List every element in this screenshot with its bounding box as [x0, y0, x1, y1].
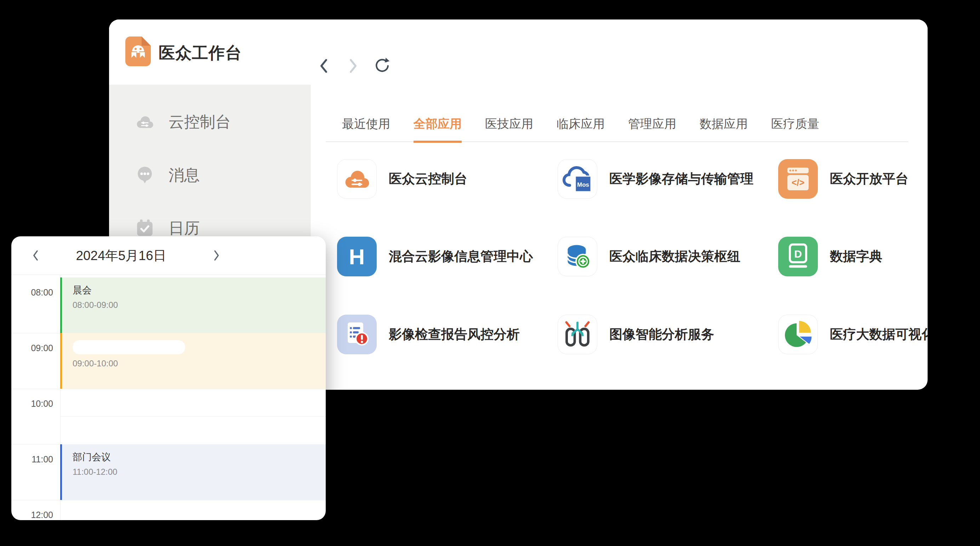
svg-text:Mos: Mos — [577, 181, 589, 188]
sidebar-item-cloud-console[interactable]: 云控制台 — [135, 110, 231, 133]
app-label: 医学影像存储与传输管理 — [609, 170, 753, 188]
app-data-dictionary[interactable]: D 数据字典 — [778, 237, 882, 276]
time-label: 09:00 — [11, 343, 53, 353]
app-clinical-data-hub[interactable]: 医众临床数据决策枢纽 — [558, 237, 740, 276]
message-icon — [135, 165, 155, 185]
lungs-icon — [558, 315, 597, 354]
time-label: 10:00 — [11, 399, 53, 409]
app-category-tabs: 最近使用 全部应用 医技应用 临床应用 管理应用 数据应用 医疗质量 — [326, 109, 908, 142]
app-label: 影像检查报告风控分析 — [389, 326, 520, 343]
redacted-event-title — [73, 340, 185, 354]
tab-recent[interactable]: 最近使用 — [342, 116, 390, 143]
pie-chart-icon — [778, 315, 818, 354]
dictionary-icon: D — [778, 237, 818, 276]
time-label: 08:00 — [11, 287, 53, 298]
database-plus-icon — [558, 237, 597, 276]
time-label: 12:00 — [11, 510, 53, 520]
app-open-platform[interactable]: </> 医众开放平台 — [778, 159, 908, 199]
event-redacted[interactable]: 09:00-10:00 — [60, 333, 326, 389]
app-hybrid-cloud-imaging-center[interactable]: H 混合云影像信息管理中心 — [337, 237, 533, 276]
orange-cloud-settings-icon — [337, 159, 377, 199]
back-button[interactable] — [316, 58, 332, 74]
app-cloud-console[interactable]: 医众云控制台 — [337, 159, 467, 199]
event-time: 08:00-09:00 — [73, 300, 326, 310]
app-logo-icon — [125, 37, 151, 66]
next-day-button[interactable] — [208, 247, 225, 264]
window-header: 医众工作台 — [109, 19, 928, 85]
cloud-mos-icon: Mos — [558, 159, 597, 199]
chevron-right-icon — [348, 59, 358, 73]
tab-clinical-apps[interactable]: 临床应用 — [557, 116, 605, 143]
time-label: 11:00 — [11, 454, 53, 465]
app-label: 医众云控制台 — [389, 170, 467, 188]
open-platform-code-icon: </> — [778, 159, 818, 199]
half-hour-gridline — [60, 416, 326, 417]
previous-day-button[interactable] — [27, 247, 44, 264]
app-label: 医众临床数据决策枢纽 — [609, 247, 740, 265]
app-label: 混合云影像信息管理中心 — [389, 247, 533, 265]
svg-text:</>: </> — [792, 177, 804, 187]
sidebar-item-label: 消息 — [169, 165, 200, 186]
event-time: 11:00-12:00 — [73, 467, 326, 477]
svg-text:H: H — [349, 244, 365, 269]
tab-all-apps[interactable]: 全部应用 — [414, 116, 462, 143]
calendar-day-grid: 08:00 09:00 10:00 11:00 12:00 晨会 08:00-0… — [11, 275, 326, 520]
hour-gridline — [11, 389, 326, 389]
calendar-header: 2024年5月16日 — [11, 236, 326, 275]
tab-data-apps[interactable]: 数据应用 — [700, 116, 748, 143]
report-risk-icon — [337, 315, 377, 354]
app-title: 医众工作台 — [159, 42, 242, 64]
svg-text:D: D — [794, 248, 802, 260]
event-title: 晨会 — [73, 284, 326, 297]
black-backdrop: 医众工作台 — [0, 0, 980, 546]
hour-gridline — [11, 333, 60, 334]
app-bigdata-visualization[interactable]: 医疗大数据可视化 — [778, 315, 928, 354]
cloud-settings-icon — [135, 112, 155, 132]
app-image-storage-transfer[interactable]: Mos 医学影像存储与传输管理 — [558, 159, 753, 199]
event-time: 09:00-10:00 — [73, 359, 326, 369]
sidebar-item-label: 云控制台 — [169, 112, 231, 133]
hybrid-cloud-h-icon: H — [337, 237, 377, 276]
event-morning-meeting[interactable]: 晨会 08:00-09:00 — [60, 278, 326, 333]
refresh-button[interactable] — [374, 58, 390, 74]
chevron-left-icon — [32, 249, 39, 262]
sidebar-item-messages[interactable]: 消息 — [135, 164, 200, 186]
calendar-date: 2024年5月16日 — [50, 247, 192, 265]
app-image-ai-analysis[interactable]: 图像智能分析服务 — [558, 315, 714, 354]
tab-management-apps[interactable]: 管理应用 — [628, 116, 676, 143]
calendar-popup: 2024年5月16日 08:00 09:00 10:00 11:00 12:00… — [11, 236, 326, 520]
app-report-risk-analysis[interactable]: 影像检查报告风控分析 — [337, 315, 520, 354]
chevron-right-icon — [213, 249, 221, 262]
forward-button[interactable] — [345, 58, 361, 74]
refresh-icon — [374, 57, 390, 74]
app-label: 数据字典 — [830, 247, 882, 265]
sidebar-item-label: 日历 — [169, 218, 200, 239]
calendar-icon — [135, 218, 155, 238]
event-department-meeting[interactable]: 部门会议 11:00-12:00 — [60, 444, 326, 500]
event-title: 部门会议 — [73, 451, 326, 463]
hour-gridline — [11, 500, 326, 500]
tab-medical-quality[interactable]: 医疗质量 — [771, 116, 819, 143]
app-label: 图像智能分析服务 — [609, 326, 714, 343]
app-label: 医疗大数据可视化 — [830, 326, 928, 343]
chevron-left-icon — [319, 59, 329, 73]
tab-medtech-apps[interactable]: 医技应用 — [485, 116, 533, 143]
app-label: 医众开放平台 — [830, 170, 908, 188]
